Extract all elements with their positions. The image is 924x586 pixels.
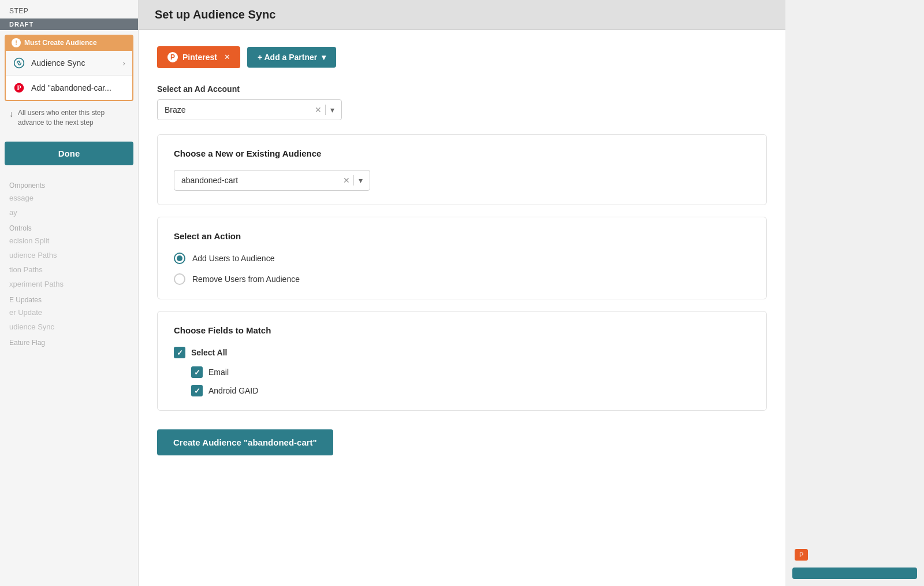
pinterest-p-icon: P [167, 52, 178, 62]
audience-card-section: Choose a New or Existing Audience abando… [157, 134, 767, 205]
sidebar-hint-text: All users who enter this step advance to… [18, 108, 129, 128]
checkbox-email[interactable]: ✓ Email [191, 366, 750, 378]
main-body: P Pinterest ✕ + Add a Partner ▾ Select a… [139, 30, 785, 586]
main-header: Set up Audience Sync [139, 0, 785, 30]
audience-arrow-icon[interactable]: ▾ [359, 176, 363, 185]
pinterest-close-icon[interactable]: ✕ [224, 53, 230, 61]
ad-account-clear-icon[interactable]: ✕ [315, 105, 322, 114]
nav-item-delay[interactable]: ay [0, 205, 138, 220]
nav-item-action-paths[interactable]: tion Paths [0, 262, 138, 277]
sidebar-item-audience-sync[interactable]: Audience Sync › [6, 51, 132, 76]
sidebar-item-add-audience[interactable]: P Add "abandoned-car... [6, 76, 132, 100]
select-divider [325, 105, 326, 115]
sidebar-item-add-label: Add "abandoned-car... [31, 83, 111, 92]
checkbox-android-gaid-label: Android GAID [208, 386, 258, 395]
ad-account-section: Select an Ad Account Braze ✕ ▾ [157, 84, 767, 120]
action-card-section: Select an Action Add Users to Audience R… [157, 217, 767, 299]
nav-item-message[interactable]: essage [0, 191, 138, 205]
ad-account-value: Braze [165, 105, 315, 114]
checkmark-icon: ✓ [177, 348, 183, 357]
add-partner-chevron-icon: ▾ [322, 53, 326, 62]
fields-card-section: Choose Fields to Match ✓ Select All ✓ Em… [157, 311, 767, 411]
checkbox-email-label: Email [208, 368, 229, 377]
pinterest-button[interactable]: P Pinterest ✕ [157, 46, 240, 68]
audience-section-title: Choose a New or Existing Audience [174, 149, 750, 158]
radio-remove-users[interactable]: Remove Users from Audience [174, 273, 750, 285]
ad-account-label: Select an Ad Account [157, 84, 767, 94]
audience-select[interactable]: abandoned-cart ✕ ▾ [174, 170, 370, 191]
create-audience-button[interactable]: Create Audience "abandoned-cart" [157, 429, 333, 455]
sync-icon [13, 57, 25, 69]
nav-section-feature-flag: eature Flag [0, 334, 138, 348]
audience-value: abandoned-cart [181, 176, 343, 185]
nav-section-components: omponents [0, 177, 138, 191]
sidebar-items-box: Audience Sync › P Add "abandoned-car... [5, 51, 133, 101]
nav-item-audience-sync[interactable]: udience Sync [0, 320, 138, 334]
checkbox-select-all-label: Select All [191, 348, 228, 357]
must-create-notice: ! Must Create Audience [5, 35, 133, 51]
audience-select-divider [353, 175, 354, 186]
checkbox-select-all-btn[interactable]: ✓ [174, 347, 185, 358]
svg-text:P: P [17, 84, 21, 92]
fields-section-title: Choose Fields to Match [174, 325, 750, 335]
partner-row: P Pinterest ✕ + Add a Partner ▾ [157, 46, 767, 68]
sidebar-item-label: Audience Sync [31, 58, 85, 68]
action-radio-group: Add Users to Audience Remove Users from … [174, 253, 750, 285]
radio-remove-users-btn[interactable] [174, 273, 185, 285]
nav-item-audience-paths[interactable]: udience Paths [0, 248, 138, 262]
right-panel: P [785, 0, 924, 586]
add-partner-label: + Add a Partner [258, 53, 317, 62]
page-title: Set up Audience Sync [155, 8, 769, 21]
checkbox-android-gaid-btn[interactable]: ✓ [191, 385, 203, 396]
radio-add-users-label: Add Users to Audience [192, 254, 274, 263]
warning-icon: ! [12, 38, 21, 47]
arrow-down-icon: ↓ [9, 109, 13, 120]
right-panel-bottom: P [785, 540, 924, 586]
done-button[interactable]: Done [5, 142, 133, 165]
nav-item-user-update[interactable]: er Update [0, 305, 138, 320]
chevron-right-icon: › [122, 58, 125, 68]
sidebar-hint: ↓ All users who enter this step advance … [0, 101, 138, 135]
right-pinterest-badge: P [795, 549, 808, 561]
sub-checkboxes: ✓ Email ✓ Android GAID [191, 366, 750, 396]
ad-account-arrow-icon[interactable]: ▾ [330, 105, 334, 114]
fields-checkbox-group: ✓ Select All ✓ Email ✓ [174, 347, 750, 396]
checkbox-android-gaid[interactable]: ✓ Android GAID [191, 385, 750, 396]
pinterest-label: Pinterest [182, 53, 217, 62]
radio-remove-users-label: Remove Users from Audience [192, 275, 300, 284]
radio-add-users-btn[interactable] [174, 253, 185, 264]
nav-section-controls: ontrols [0, 220, 138, 233]
step-label: Step [0, 0, 138, 18]
main-content: Set up Audience Sync P Pinterest ✕ + Add… [139, 0, 785, 586]
action-section-title: Select an Action [174, 231, 750, 241]
radio-add-users[interactable]: Add Users to Audience [174, 253, 750, 264]
email-checkmark-icon: ✓ [194, 368, 200, 377]
ad-account-select[interactable]: Braze ✕ ▾ [157, 99, 342, 120]
android-gaid-checkmark-icon: ✓ [194, 387, 200, 395]
add-partner-button[interactable]: + Add a Partner ▾ [247, 47, 336, 68]
right-panel-done-btn [792, 568, 917, 579]
nav-item-experiment-paths[interactable]: xperiment Paths [0, 277, 138, 291]
nav-item-decision-split[interactable]: ecision Split [0, 233, 138, 248]
pinterest-small-icon: P [13, 81, 25, 94]
checkbox-select-all[interactable]: ✓ Select All [174, 347, 750, 358]
nav-section-updates: e Updates [0, 291, 138, 305]
checkbox-email-btn[interactable]: ✓ [191, 366, 203, 378]
draft-badge: DRAFT [0, 18, 138, 30]
must-create-label: Must Create Audience [24, 39, 97, 47]
sidebar: Step DRAFT ! Must Create Audience Audien… [0, 0, 139, 586]
audience-clear-icon[interactable]: ✕ [343, 176, 350, 185]
